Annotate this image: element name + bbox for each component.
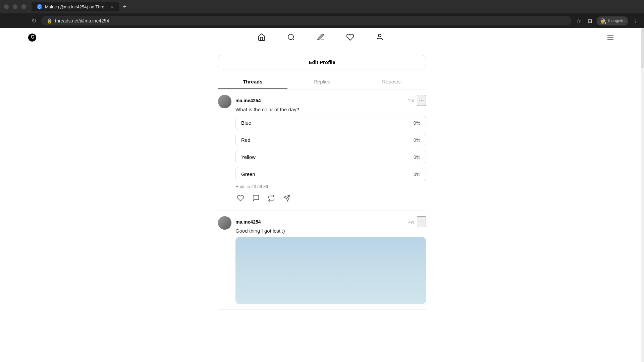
- nav-menu-button[interactable]: [604, 31, 617, 46]
- poll-option-yellow-pct: 0%: [414, 155, 420, 160]
- window-maximize-btn[interactable]: [21, 4, 26, 9]
- tab-replies[interactable]: Replies: [287, 75, 357, 89]
- nav-home-button[interactable]: [255, 31, 268, 46]
- scrollbar-thumb[interactable]: [641, 28, 644, 68]
- profile-tabs: Threads Replies Reposts: [218, 75, 426, 89]
- post-header-2: ma.ine4254 4w ··· Good thing I got lost …: [218, 216, 426, 234]
- poll-option-red-pct: 0%: [414, 137, 420, 143]
- nav-forward-button[interactable]: →: [17, 16, 27, 26]
- svg-line-1: [293, 39, 294, 40]
- post-username-2[interactable]: ma.ine4254: [235, 219, 261, 225]
- tab-close-btn[interactable]: ×: [111, 4, 113, 9]
- nav-profile-button[interactable]: [373, 31, 386, 46]
- tab-title: Maine (@ma.ine4254) on Thre...: [45, 4, 108, 9]
- nav-back-button[interactable]: ←: [4, 16, 14, 26]
- svg-point-2: [378, 34, 381, 37]
- thread-post-2: ma.ine4254 4w ··· Good thing I got lost …: [218, 211, 426, 310]
- avatar-image-1: [218, 95, 231, 108]
- browser-more-button[interactable]: ⋮: [631, 16, 640, 25]
- browser-toolbar: ← → ↻ 🔒 threads.net/@ma.ine4254 ☆ ⊞ 🕵 In…: [0, 13, 644, 28]
- poll-option-red[interactable]: Red 0%: [235, 133, 426, 147]
- poll-option-green[interactable]: Green 0%: [235, 167, 426, 181]
- poll-option-blue-pct: 0%: [414, 120, 420, 126]
- post-content-2: Good thing I got lost :): [235, 228, 426, 234]
- post-timestamp-1: 1m: [408, 98, 414, 103]
- edit-profile-button[interactable]: Edit Profile: [218, 55, 426, 69]
- page: Edit Profile Threads Replies Reposts ma: [0, 28, 644, 362]
- top-nav: [0, 28, 644, 48]
- nav-search-button[interactable]: [284, 31, 298, 46]
- post-more-button-2[interactable]: ···: [417, 216, 426, 227]
- new-tab-button[interactable]: +: [120, 2, 129, 11]
- active-tab[interactable]: @ Maine (@ma.ine4254) on Thre... ×: [32, 2, 119, 11]
- nav-activity-button[interactable]: [343, 31, 357, 46]
- tab-favicon: @: [37, 4, 42, 9]
- poll-option-yellow[interactable]: Yellow 0%: [235, 150, 426, 164]
- incognito-icon: 🕵: [600, 18, 607, 24]
- extension-button[interactable]: ⊞: [586, 16, 594, 25]
- post-timestamp-2: 4w: [408, 219, 414, 225]
- nav-compose-button[interactable]: [314, 31, 327, 46]
- svg-point-0: [288, 34, 293, 40]
- share-button-1[interactable]: [282, 193, 292, 205]
- tab-bar: @ Maine (@ma.ine4254) on Thre... × +: [32, 2, 640, 11]
- comment-button-1[interactable]: [251, 193, 261, 205]
- poll-option-blue-label: Blue: [241, 120, 251, 126]
- tab-reposts[interactable]: Reposts: [357, 75, 426, 89]
- address-lock-icon: 🔒: [47, 18, 52, 23]
- toolbar-actions: ☆ ⊞ 🕵 Incognito ⋮: [574, 16, 640, 25]
- nav-refresh-button[interactable]: ↻: [30, 16, 39, 26]
- post-meta-2: ma.ine4254 4w ··· Good thing I got lost …: [235, 216, 426, 234]
- tab-threads[interactable]: Threads: [218, 75, 287, 89]
- window-controls: [4, 4, 26, 9]
- browser-chrome: @ Maine (@ma.ine4254) on Thre... × + ← →…: [0, 0, 644, 28]
- avatar-1: [218, 95, 231, 108]
- post-actions-1: [235, 193, 426, 205]
- poll-option-green-label: Green: [241, 171, 255, 177]
- main-content: Edit Profile Threads Replies Reposts ma: [218, 48, 426, 316]
- poll-option-red-label: Red: [241, 137, 251, 143]
- poll-option-blue[interactable]: Blue 0%: [235, 116, 426, 130]
- incognito-label: Incognito: [608, 18, 625, 23]
- avatar-image-2: [218, 216, 231, 230]
- post-content-1: What is the color of the day?: [235, 107, 426, 112]
- window-minimize-btn[interactable]: [13, 4, 17, 9]
- post-username-1[interactable]: ma.ine4254: [235, 98, 261, 103]
- like-button-1[interactable]: [235, 193, 246, 205]
- poll-container-1: Blue 0% Red 0% Yellow 0% Green 0% Ends i…: [235, 116, 426, 189]
- window-close-btn[interactable]: [4, 4, 9, 9]
- nav-icons: [255, 31, 386, 46]
- address-bar[interactable]: 🔒 threads.net/@ma.ine4254: [41, 16, 572, 25]
- bookmark-button[interactable]: ☆: [574, 16, 583, 25]
- poll-timer: Ends in 23:59:39: [235, 184, 426, 189]
- thread-post-1: ma.ine4254 1m ··· What is the color of t…: [218, 89, 426, 211]
- threads-logo[interactable]: [27, 32, 38, 44]
- browser-titlebar: @ Maine (@ma.ine4254) on Thre... × +: [0, 0, 644, 13]
- post-meta-1: ma.ine4254 1m ··· What is the color of t…: [235, 95, 426, 112]
- poll-option-green-pct: 0%: [414, 172, 420, 177]
- scrollbar-track: [641, 28, 644, 362]
- repost-button-1[interactable]: [266, 193, 276, 205]
- post-image-2: [235, 237, 426, 304]
- address-url: threads.net/@ma.ine4254: [55, 18, 109, 23]
- post-more-button-1[interactable]: ···: [417, 95, 426, 106]
- poll-option-yellow-label: Yellow: [241, 154, 256, 160]
- incognito-badge: 🕵 Incognito: [597, 16, 628, 25]
- avatar-2: [218, 216, 231, 230]
- post-header-1: ma.ine4254 1m ··· What is the color of t…: [218, 95, 426, 112]
